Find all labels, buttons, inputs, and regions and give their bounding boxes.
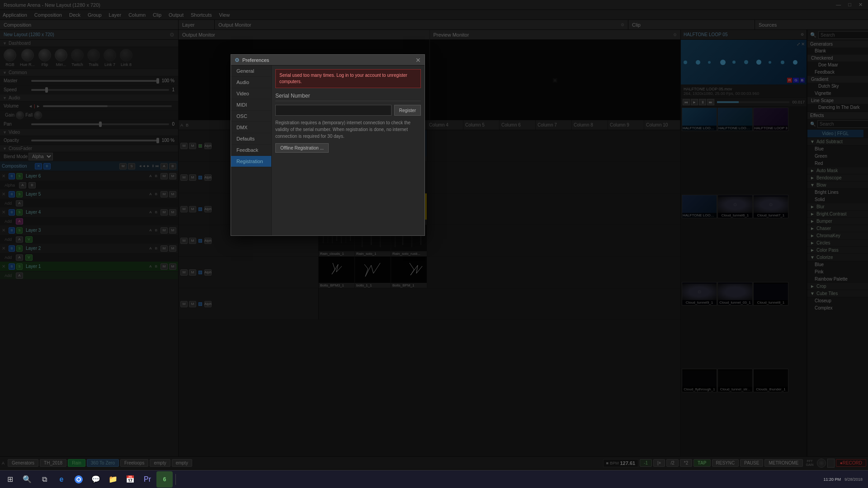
pref-nav-dmx[interactable]: DMX <box>231 122 271 133</box>
pref-content: Serial used too many times. Log in to yo… <box>272 66 425 235</box>
pref-register-btn[interactable]: Register <box>394 105 421 116</box>
pref-section-title: Serial Number <box>275 93 421 101</box>
svg-point-16 <box>77 478 80 481</box>
pref-close-btn[interactable]: ✕ <box>415 56 421 64</box>
taskbar-whatsapp[interactable]: 💬 <box>88 471 104 488</box>
taskbar-system-tray: 11:20 PM 9/28/2018 <box>823 477 866 482</box>
pref-title-bar: ⚙ Preferences ✕ <box>231 55 425 66</box>
pref-nav-osc[interactable]: OSC <box>231 111 271 122</box>
pref-serial-input[interactable] <box>275 105 392 116</box>
taskbar-resolume[interactable]: 6 <box>156 471 173 488</box>
system-time: 11:20 PM <box>823 477 841 482</box>
pref-nav-defaults[interactable]: Defaults <box>231 133 271 145</box>
taskbar-explorer[interactable]: 📁 <box>105 471 121 488</box>
taskbar-premiere[interactable]: Pr <box>139 471 156 488</box>
taskbar-chrome[interactable] <box>71 471 87 488</box>
pref-nav-registration[interactable]: Registration <box>231 156 271 167</box>
pref-sidebar: General Audio Video MIDI OSC DMX Default… <box>231 66 272 235</box>
pref-nav-video[interactable]: Video <box>231 88 271 99</box>
taskbar-search[interactable]: 🔍 <box>19 471 35 488</box>
preferences-dialog: ⚙ Preferences ✕ General Audio Video MIDI… <box>231 54 425 236</box>
pref-nav-general[interactable]: General <box>231 66 271 77</box>
pref-nav-audio[interactable]: Audio <box>231 77 271 88</box>
taskbar-start[interactable]: ⊞ <box>2 471 18 488</box>
taskbar-separator <box>175 474 176 485</box>
pref-serial-row: Register <box>275 105 421 116</box>
pref-title: Preferences <box>242 57 269 63</box>
pref-body: General Audio Video MIDI OSC DMX Default… <box>231 66 425 235</box>
system-date: 9/28/2018 <box>844 477 863 482</box>
pref-gear-icon: ⚙ <box>235 57 240 63</box>
taskbar-calendar[interactable]: 📅 <box>122 471 138 488</box>
pref-offline-btn[interactable]: Offline Registration ... <box>275 143 329 153</box>
pref-nav-feedback[interactable]: Feedback <box>231 145 271 156</box>
pref-nav-midi[interactable]: MIDI <box>231 99 271 111</box>
pref-error-banner: Serial used too many times. Log in to yo… <box>275 69 421 88</box>
taskbar-task-view[interactable]: ⧉ <box>36 471 52 488</box>
taskbar: ⊞ 🔍 ⧉ e 💬 📁 📅 Pr 6 11:20 PM 9/28/2018 <box>0 470 868 488</box>
dialog-overlay: ⚙ Preferences ✕ General Audio Video MIDI… <box>0 0 868 488</box>
taskbar-edge[interactable]: e <box>53 471 70 488</box>
pref-description: Registration requires a (temporary) inte… <box>275 119 421 140</box>
pref-error-text: Serial used too many times. Log in to yo… <box>279 73 407 84</box>
